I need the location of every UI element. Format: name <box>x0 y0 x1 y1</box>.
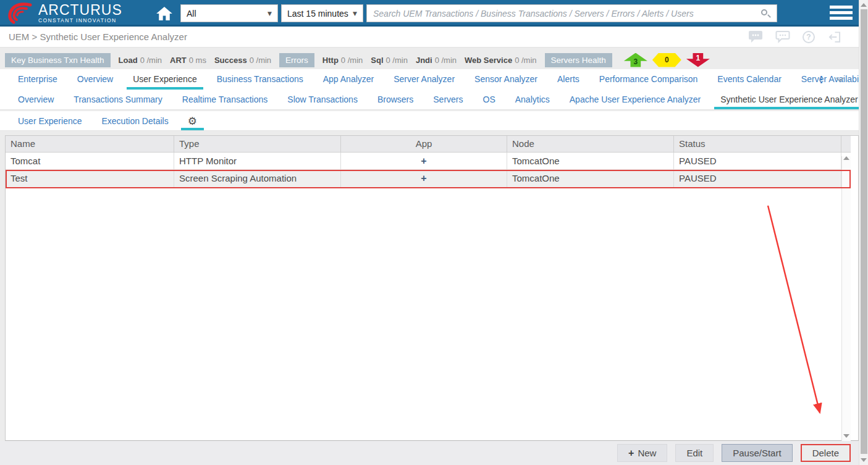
table-scrollbar[interactable] <box>841 136 851 439</box>
primary-tab-enterprise[interactable]: Enterprise <box>8 69 67 90</box>
column-header-name[interactable]: Name <box>6 136 174 153</box>
metric-success: Success0 /min <box>214 56 271 65</box>
breadcrumb-bar: UEM > Synthetic User Experience Analyzer… <box>0 27 859 48</box>
metric-label: ART <box>170 56 187 65</box>
time-select-value: Last 15 minutes <box>287 9 348 19</box>
column-header-status[interactable]: Status <box>674 136 841 153</box>
errors-badge: Errors <box>279 53 314 67</box>
key-business-txn-health-badge: Key Business Txn Health <box>5 53 111 67</box>
chevron-down-icon[interactable] <box>836 74 844 82</box>
tertiary-tab-user-experience[interactable]: User Experience <box>8 111 92 130</box>
metric-value: 0 /min <box>140 56 162 65</box>
search-input[interactable] <box>367 5 777 22</box>
primary-tab-user-experience[interactable]: User Experience <box>123 69 207 90</box>
metric-value: 0 /min <box>515 56 536 65</box>
secondary-tab-synthetic-user-experience-analyzer[interactable]: Synthetic User Experience Analyzer <box>710 90 868 109</box>
button-label: Edit <box>686 448 702 458</box>
primary-tab-events-calendar[interactable]: Events Calendar <box>707 69 791 90</box>
table-header-row: NameTypeAppNodeStatus <box>6 136 841 153</box>
metric-load: Load0 /min <box>119 56 162 65</box>
table-row-tomcat[interactable]: TomcatHTTP Monitor+TomcatOnePAUSED <box>6 153 841 170</box>
home-icon[interactable] <box>156 5 173 22</box>
servers-health-indicators: 301 <box>624 53 710 67</box>
primary-tab-business-transactions[interactable]: Business Transactions <box>207 69 313 90</box>
chat-outline-icon[interactable] <box>775 30 790 44</box>
metric-label: Http <box>322 56 339 65</box>
dropdown-arrow-icon: ▼ <box>353 10 357 17</box>
cell-node: TomcatOne <box>507 170 674 188</box>
app-header: ARCTURUS CONSTANT INNOVATION All ▼ Last … <box>0 0 859 27</box>
add-app-icon[interactable]: + <box>421 156 426 166</box>
button-label: New <box>638 448 656 458</box>
column-header-app[interactable]: App <box>341 136 507 153</box>
add-app-icon[interactable]: + <box>421 173 426 183</box>
page-scroll-up-icon[interactable] <box>861 3 867 7</box>
search-icon[interactable] <box>761 9 770 19</box>
cell-type: HTTP Monitor <box>174 153 341 170</box>
column-header-type[interactable]: Type <box>174 136 341 153</box>
menu-hamburger-icon[interactable] <box>830 6 853 22</box>
pause-start-button[interactable]: Pause/Start <box>722 444 792 462</box>
health-indicator-critical[interactable]: 1 <box>686 53 710 67</box>
secondary-tab-browsers[interactable]: Browsers <box>368 90 423 109</box>
health-indicator-value: 3 <box>634 57 638 66</box>
cell-node: TomcatOne <box>507 153 674 170</box>
health-indicator-healthy[interactable]: 3 <box>624 53 647 67</box>
primary-tab-overview[interactable]: Overview <box>67 69 123 90</box>
secondary-tab-os[interactable]: OS <box>473 90 505 109</box>
secondary-tab-transactions-summary[interactable]: Transactions Summary <box>64 90 172 109</box>
button-label: Pause/Start <box>733 448 781 458</box>
primary-tab-performance-comparison[interactable]: Performance Comparison <box>589 69 708 90</box>
metric-label: Success <box>214 56 247 65</box>
health-indicator-warning[interactable]: 0 <box>652 53 681 67</box>
breadcrumb: UEM > Synthetic User Experience Analyzer <box>9 31 187 42</box>
cell-name: Test <box>6 170 174 188</box>
secondary-tab-overview[interactable]: Overview <box>8 90 64 109</box>
secondary-tab-analytics[interactable]: Analytics <box>505 90 560 109</box>
metric-art: ART0 ms <box>170 56 206 65</box>
metric-web-service: Web Service0 /min <box>465 56 537 65</box>
metric-label: Jndi <box>416 56 432 65</box>
metric-value: 0 /min <box>435 56 457 65</box>
secondary-tab-realtime-transactions[interactable]: Realtime Transactions <box>172 90 278 109</box>
logout-icon[interactable] <box>827 30 841 44</box>
chat-filled-icon[interactable] <box>748 30 763 44</box>
page-scrollbar[interactable] <box>859 0 868 465</box>
scope-select[interactable]: All ▼ <box>180 4 278 22</box>
more-vertical-icon[interactable]: ⋮ <box>817 74 826 85</box>
cell-status: PAUSED <box>674 170 841 188</box>
column-header-node[interactable]: Node <box>507 136 674 153</box>
scroll-up-icon[interactable] <box>843 156 849 160</box>
secondary-tab-apache-user-experience-analyzer[interactable]: Apache User Experience Analyzer <box>560 90 710 109</box>
plus-icon: + <box>628 448 634 459</box>
metric-sql: Sql0 /min <box>371 56 408 65</box>
primary-tab-app-analyzer[interactable]: App Analyzer <box>313 69 384 90</box>
primary-tab-alerts[interactable]: Alerts <box>547 69 589 90</box>
help-icon[interactable]: ? <box>803 31 815 43</box>
delete-button[interactable]: Delete <box>801 444 851 462</box>
secondary-tab-servers[interactable]: Servers <box>423 90 473 109</box>
metric-value: 0 /min <box>386 56 408 65</box>
tertiary-tab-execution-details[interactable]: Execution Details <box>92 111 179 130</box>
time-range-select[interactable]: Last 15 minutes ▼ <box>281 4 363 22</box>
scroll-down-icon[interactable] <box>843 434 849 438</box>
metric-label: Sql <box>371 56 383 65</box>
primary-tab-sensor-analyzer[interactable]: Sensor Analyzer <box>465 69 547 90</box>
global-search <box>366 4 777 22</box>
metric-value: 0 ms <box>189 56 206 65</box>
metric-label: Load <box>119 56 138 65</box>
primary-tab-server-analyzer[interactable]: Server Analyzer <box>384 69 465 90</box>
new-button[interactable]: +New <box>617 444 667 462</box>
primary-tabs-extras: ⋮ <box>817 69 843 90</box>
page-scroll-down-icon[interactable] <box>861 458 867 462</box>
table-row-test[interactable]: TestScreen Scraping Automation+TomcatOne… <box>6 170 841 188</box>
metric-label: Web Service <box>465 56 512 65</box>
button-label: Delete <box>812 448 839 458</box>
edit-button[interactable]: Edit <box>675 444 714 462</box>
arcturus-logo: ARCTURUS CONSTANT INNOVATION <box>5 1 122 25</box>
page-scroll-thumb[interactable] <box>861 9 867 454</box>
secondary-tab-slow-transactions[interactable]: Slow Transactions <box>277 90 368 109</box>
gear-tab-selected[interactable]: ⚙ <box>179 111 206 130</box>
cell-app: + <box>341 153 507 170</box>
health-indicator-value: 1 <box>696 54 701 62</box>
